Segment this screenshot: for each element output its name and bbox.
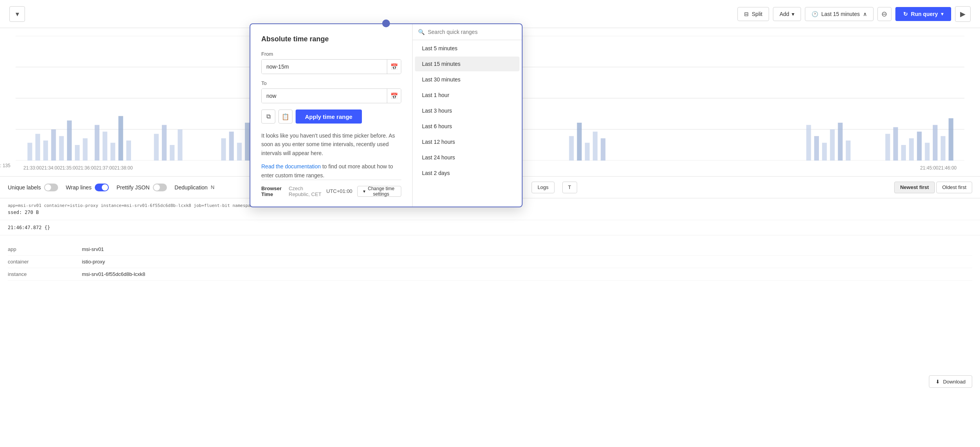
table-tab-button[interactable]: T	[562, 182, 577, 193]
x-label-5: 21:38:00	[115, 165, 133, 171]
quick-range-item[interactable]: Last 6 hours	[415, 119, 519, 134]
quick-ranges-list: Last 5 minutesLast 15 minutesLast 30 min…	[413, 40, 522, 207]
svg-rect-9	[59, 136, 64, 161]
oldest-first-button[interactable]: Oldest first	[936, 182, 972, 193]
quick-range-item[interactable]: Last 15 minutes	[415, 57, 519, 71]
x-label-2: 21:35:00	[60, 165, 78, 171]
quick-range-item[interactable]: Last 1 hour	[415, 88, 519, 102]
calendar-icon-2: 📅	[390, 92, 398, 100]
toolbar-left: ▾	[9, 6, 25, 22]
search-quick-ranges-input[interactable]	[428, 29, 516, 35]
svg-rect-22	[221, 138, 226, 161]
unique-labels-toggle-item: Unique labels	[8, 184, 58, 191]
paste-icon: 📋	[282, 113, 289, 120]
attr-row-app: app msi-srv01	[8, 243, 972, 256]
add-chevron-icon: ▾	[792, 11, 794, 17]
split-icon: ⊟	[744, 11, 749, 17]
attr-row-instance: instance msi-srv01-6f55dc6d8b-lcxk8	[8, 268, 972, 281]
svg-rect-50	[822, 143, 827, 161]
quick-range-item[interactable]: Last 3 hours	[415, 103, 519, 118]
svg-rect-14	[103, 132, 107, 161]
quick-range-item[interactable]: Last 24 hours	[415, 150, 519, 165]
attr-key-app: app	[8, 246, 66, 252]
svg-rect-11	[75, 145, 80, 161]
quick-range-item[interactable]: Last 5 minutes	[415, 41, 519, 56]
svg-rect-49	[814, 136, 819, 161]
add-button[interactable]: Add ▾	[773, 7, 801, 21]
svg-rect-47	[601, 138, 605, 161]
search-icon: 🔍	[418, 29, 425, 35]
svg-rect-25	[245, 123, 250, 161]
svg-rect-5	[27, 143, 32, 161]
svg-rect-21	[178, 129, 183, 161]
from-calendar-button[interactable]: 📅	[387, 60, 401, 74]
chart-y-label: : 135	[0, 163, 11, 168]
hint-text-content: It looks like you haven't used this time…	[261, 133, 395, 156]
svg-rect-17	[126, 141, 131, 161]
dropdown-button[interactable]: ▾	[9, 6, 25, 22]
time-picker-right: 🔍 Last 5 minutesLast 15 minutesLast 30 m…	[413, 24, 522, 207]
x-label-3: 21:36:00	[78, 165, 96, 171]
unique-labels-toggle[interactable]	[44, 184, 58, 191]
logs-tab-button[interactable]: Logs	[532, 182, 554, 193]
svg-rect-51	[830, 129, 835, 161]
run-query-button[interactable]: ↻ Run query ▾	[895, 7, 951, 21]
zoom-out-button[interactable]: ⊖	[877, 7, 891, 21]
svg-rect-45	[585, 143, 590, 161]
hint-text: It looks like you haven't used this time…	[261, 131, 401, 157]
svg-rect-60	[933, 125, 937, 161]
newest-first-button[interactable]: Newest first	[894, 182, 935, 193]
svg-rect-19	[162, 125, 167, 161]
svg-rect-62	[948, 118, 953, 161]
from-input[interactable]	[262, 60, 387, 74]
log-line-2: 21:46:47.872 {}	[8, 225, 50, 230]
refresh-icon: ↻	[903, 11, 908, 17]
deduplication-label: Deduplication	[175, 184, 208, 191]
svg-rect-7	[43, 141, 48, 161]
attr-val-container: istio-proxy	[82, 259, 105, 265]
time-picker-actions: ⧉ 📋 Apply time range	[261, 110, 401, 124]
svg-rect-24	[237, 143, 242, 161]
time-picker-title: Absolute time range	[261, 35, 401, 43]
quick-range-item[interactable]: Last 30 minutes	[415, 72, 519, 87]
paste-button[interactable]: 📋	[278, 110, 292, 124]
calendar-icon: 📅	[390, 63, 398, 71]
search-wrapper: 🔍	[413, 24, 522, 40]
svg-rect-61	[941, 136, 945, 161]
unique-labels-label: Unique labels	[8, 184, 41, 191]
attr-val-app: msi-srv01	[82, 246, 104, 252]
svg-rect-59	[925, 143, 930, 161]
svg-rect-13	[95, 125, 99, 161]
change-time-settings-button[interactable]: ▾ Change time settings	[357, 186, 401, 197]
to-calendar-button[interactable]: 📅	[387, 89, 401, 103]
svg-rect-10	[67, 120, 72, 161]
split-button[interactable]: ⊟ Split	[737, 7, 769, 21]
prettify-json-toggle[interactable]	[153, 184, 167, 191]
to-input[interactable]	[262, 89, 387, 103]
time-range-button[interactable]: 🕐 Last 15 minutes ∧	[805, 7, 874, 21]
apply-time-range-button[interactable]: Apply time range	[296, 110, 362, 124]
prettify-json-toggle-item: Prettify JSON	[117, 184, 167, 191]
x-label-1: 21:34:00	[42, 165, 60, 171]
attributes-panel: app msi-srv01 container istio-proxy inst…	[0, 235, 980, 288]
wrap-lines-toggle[interactable]	[95, 184, 109, 191]
doc-link[interactable]: Read the documentation	[261, 163, 321, 170]
svg-rect-43	[569, 136, 574, 161]
log-content-1: ssed: 270 B	[8, 210, 972, 215]
attr-val-instance: msi-srv01-6f55dc6d8b-lcxk8	[82, 271, 145, 277]
time-picker-footer: Browser Time Czech Republic, CET UTC+01:…	[261, 180, 401, 197]
chevron-down-icon: ▾	[363, 189, 365, 194]
download-button[interactable]: ⬇ Download	[929, 375, 972, 388]
svg-rect-15	[110, 143, 115, 161]
more-options-button[interactable]: ▶	[955, 6, 971, 22]
copy-button[interactable]: ⧉	[261, 110, 275, 124]
wrap-lines-label: Wrap lines	[66, 184, 92, 191]
to-input-wrapper: 📅	[261, 88, 401, 103]
svg-rect-48	[806, 125, 811, 161]
zoom-out-icon: ⊖	[881, 10, 887, 18]
quick-range-item[interactable]: Last 12 hours	[415, 134, 519, 149]
svg-rect-52	[838, 123, 843, 161]
clock-icon: 🕐	[812, 11, 818, 17]
attr-key-instance: instance	[8, 271, 66, 277]
quick-range-item[interactable]: Last 2 days	[415, 166, 519, 180]
